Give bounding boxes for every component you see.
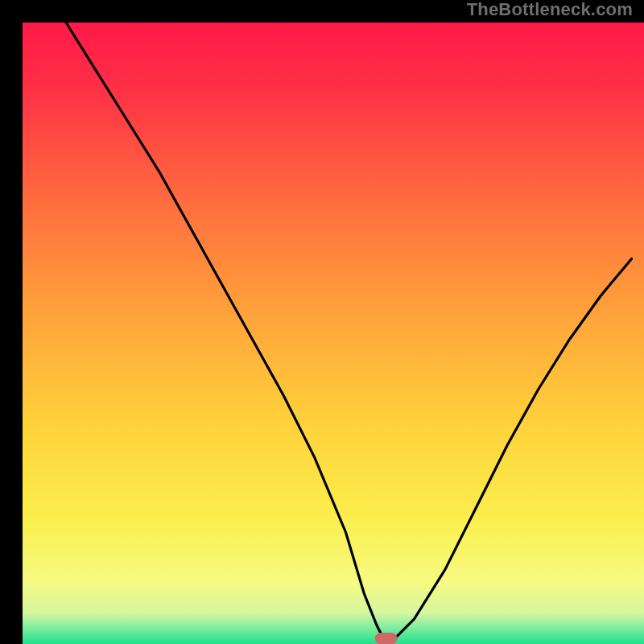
gradient-background	[23, 23, 644, 644]
watermark-text: TheBottleneck.com	[467, 0, 633, 19]
bottleneck-chart	[23, 23, 644, 644]
chart-frame	[11, 11, 633, 633]
optimal-point-marker	[375, 633, 398, 644]
